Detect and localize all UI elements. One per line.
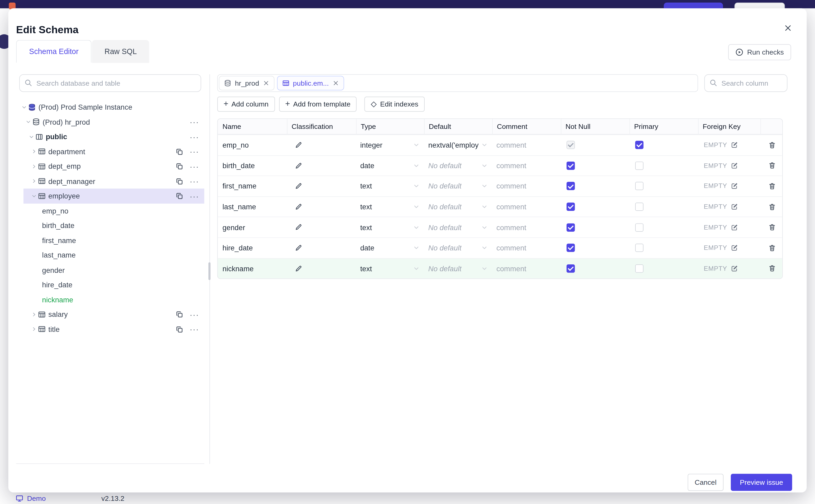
primary-checkbox[interactable] — [635, 182, 644, 191]
tree-item-table-title[interactable]: title ··· — [16, 322, 204, 337]
caret-down-icon[interactable] — [30, 193, 38, 199]
more-icon[interactable]: ··· — [190, 325, 199, 333]
primary-checkbox[interactable] — [635, 244, 644, 252]
caret-right-icon[interactable] — [30, 312, 38, 317]
tree-item-column-nickname[interactable]: nickname — [16, 292, 204, 307]
default-select[interactable]: No default — [424, 259, 492, 279]
tree-item-database-hr-prod[interactable]: (Prod) hr_prod ··· — [16, 115, 204, 129]
tree-item-column-hire-date[interactable]: hire_date — [16, 277, 204, 292]
add-column-button[interactable]: + Add column — [217, 97, 275, 112]
delete-row-icon[interactable] — [768, 162, 776, 170]
tree-item-column-first-name[interactable]: first_name — [16, 233, 204, 248]
edit-indexes-button[interactable]: Edit indexes — [364, 97, 425, 112]
tree-item-schema-public[interactable]: public ··· — [16, 129, 204, 144]
comment-input[interactable]: comment — [492, 176, 561, 196]
delete-row-icon[interactable] — [768, 141, 776, 149]
tree-item-column-birth-date[interactable]: birth_date — [16, 218, 204, 233]
more-icon[interactable]: ··· — [190, 148, 199, 156]
not-null-checkbox[interactable] — [567, 203, 575, 211]
tree-item-table-dept-emp[interactable]: dept_emp ··· — [16, 159, 204, 174]
delete-row-icon[interactable] — [768, 224, 776, 231]
caret-right-icon[interactable] — [30, 163, 38, 169]
foreign-key-cell[interactable]: EMPTY — [698, 238, 760, 258]
default-select[interactable]: No default — [424, 238, 492, 258]
tree-search-input[interactable] — [19, 74, 201, 92]
foreign-key-cell[interactable]: EMPTY — [698, 176, 760, 196]
classification-edit-icon[interactable] — [294, 182, 302, 190]
classification-edit-icon[interactable] — [294, 203, 302, 211]
copy-icon[interactable] — [175, 311, 183, 318]
caret-down-icon[interactable] — [20, 104, 28, 110]
delete-row-icon[interactable] — [768, 265, 776, 273]
foreign-key-cell[interactable]: EMPTY — [698, 156, 760, 176]
not-null-checkbox[interactable] — [567, 244, 575, 252]
caret-right-icon[interactable] — [30, 178, 38, 184]
type-select[interactable]: date — [356, 156, 424, 176]
foreign-key-cell[interactable]: EMPTY — [698, 259, 760, 279]
tab-public-employee[interactable]: public.em... — [277, 76, 344, 90]
delete-row-icon[interactable] — [768, 203, 776, 211]
type-select[interactable]: integer — [356, 135, 424, 155]
primary-checkbox[interactable] — [635, 223, 644, 232]
caret-right-icon[interactable] — [30, 149, 38, 154]
more-icon[interactable]: ··· — [190, 118, 199, 126]
tab-hr-prod[interactable]: hr_prod — [219, 76, 274, 90]
foreign-key-cell[interactable]: EMPTY — [698, 197, 760, 217]
add-from-template-button[interactable]: + Add from template — [279, 97, 357, 112]
default-select[interactable]: nextval('employ — [424, 135, 492, 155]
tree-item-table-salary[interactable]: salary ··· — [16, 307, 204, 322]
close-tab-icon[interactable] — [332, 80, 339, 86]
primary-checkbox[interactable] — [635, 141, 644, 149]
copy-icon[interactable] — [175, 148, 183, 156]
demo-label[interactable]: Demo — [27, 494, 46, 502]
more-icon[interactable]: ··· — [190, 311, 199, 318]
more-icon[interactable]: ··· — [190, 162, 199, 170]
tree-item-table-employee[interactable]: employee ··· — [16, 188, 204, 203]
tree-item-instance[interactable]: (Prod) Prod Sample Instance — [16, 100, 204, 114]
type-select[interactable]: date — [356, 238, 424, 258]
default-select[interactable]: No default — [424, 197, 492, 217]
comment-input[interactable]: comment — [492, 197, 561, 217]
tab-schema-editor[interactable]: Schema Editor — [16, 40, 91, 63]
type-select[interactable]: text — [356, 259, 424, 279]
not-null-checkbox[interactable] — [567, 182, 575, 191]
not-null-checkbox[interactable] — [567, 223, 575, 232]
default-select[interactable]: No default — [424, 176, 492, 196]
classification-edit-icon[interactable] — [294, 265, 302, 272]
preview-issue-button[interactable]: Preview issue — [731, 474, 792, 491]
classification-edit-icon[interactable] — [294, 244, 302, 252]
comment-input[interactable]: comment — [492, 217, 561, 237]
primary-checkbox[interactable] — [635, 264, 644, 273]
primary-checkbox[interactable] — [635, 203, 644, 211]
type-select[interactable]: text — [356, 197, 424, 217]
comment-input[interactable]: comment — [492, 135, 561, 155]
not-null-checkbox[interactable] — [567, 162, 575, 170]
tab-raw-sql[interactable]: Raw SQL — [92, 40, 149, 63]
tree-item-column-emp-no[interactable]: emp_no — [16, 203, 204, 218]
caret-right-icon[interactable] — [30, 326, 38, 332]
default-select[interactable]: No default — [424, 217, 492, 237]
more-icon[interactable]: ··· — [190, 133, 199, 141]
primary-checkbox[interactable] — [635, 162, 644, 170]
type-select[interactable]: text — [356, 217, 424, 237]
type-select[interactable]: text — [356, 176, 424, 196]
not-null-checkbox[interactable] — [567, 141, 575, 149]
copy-icon[interactable] — [175, 177, 183, 185]
copy-icon[interactable] — [175, 192, 183, 200]
more-icon[interactable]: ··· — [190, 192, 199, 200]
tree-item-table-dept-manager[interactable]: dept_manager ··· — [16, 174, 204, 188]
close-icon[interactable] — [782, 22, 794, 34]
close-tab-icon[interactable] — [263, 80, 269, 86]
caret-down-icon[interactable] — [24, 119, 32, 125]
panel-resize-handle[interactable] — [208, 262, 210, 280]
classification-edit-icon[interactable] — [294, 224, 302, 231]
copy-icon[interactable] — [175, 163, 183, 170]
comment-input[interactable]: comment — [492, 156, 561, 176]
delete-row-icon[interactable] — [768, 244, 776, 252]
delete-row-icon[interactable] — [768, 182, 776, 190]
not-null-checkbox[interactable] — [567, 264, 575, 273]
copy-icon[interactable] — [175, 326, 183, 333]
tree-item-column-last-name[interactable]: last_name — [16, 248, 204, 263]
comment-input[interactable]: comment — [492, 259, 561, 279]
foreign-key-cell[interactable]: EMPTY — [698, 135, 760, 155]
